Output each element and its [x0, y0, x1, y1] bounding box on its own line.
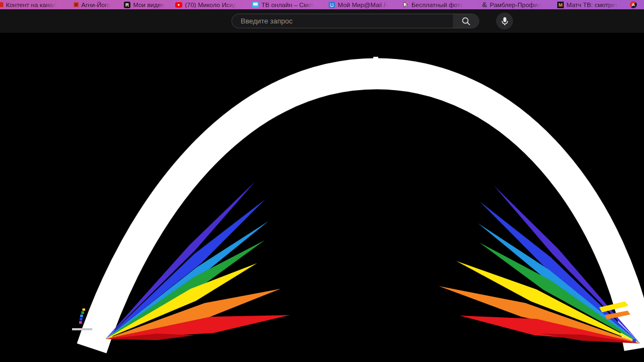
- left-prism-edge-specks: [79, 308, 85, 324]
- bookmark-label: (70) Миколо Исид: [185, 2, 237, 8]
- arc-apex-notch: [373, 57, 378, 58]
- moimir-smiley-favicon-icon: [329, 2, 335, 8]
- rutube-favicon-icon: R: [124, 2, 130, 8]
- light-dispersion-visual: [0, 33, 644, 362]
- bookmarks-bar: Контент на канал Агни-Йога R Мои видео (…: [0, 0, 644, 9]
- right-prism-speck: [633, 339, 636, 342]
- bookmark-label: Бесплатный фото: [412, 2, 463, 8]
- match-tv-favicon-icon: M: [557, 2, 564, 8]
- bookmark-kontent[interactable]: Контент на канал: [0, 0, 57, 9]
- search-input[interactable]: [232, 14, 453, 28]
- bookmark-label: Матч ТВ: смотрет: [567, 2, 618, 8]
- bookmark-moi-video[interactable]: R Мои видео: [124, 0, 165, 9]
- bookmark-youtube-mikolo[interactable]: (70) Миколо Исид: [175, 0, 237, 9]
- bookmark-tv-online[interactable]: ТВ онлайн – Смот: [252, 0, 314, 9]
- bookmark-label: Агни-Йога: [81, 2, 110, 8]
- red-site-favicon-icon: [0, 2, 3, 7]
- bookmark-label: Мой Мир@Mail.R: [338, 2, 388, 8]
- tv-favicon-icon: [252, 2, 259, 8]
- browser-toolbar: [0, 9, 644, 33]
- bookmark-besplatny-foto[interactable]: Бесплатный фото: [403, 0, 463, 9]
- search-button[interactable]: [453, 14, 479, 28]
- red-square-favicon-icon: [74, 2, 79, 7]
- bookmark-moy-mir[interactable]: Мой Мир@Mail.R: [329, 0, 388, 9]
- bookmark-label: ТВ онлайн – Смот: [261, 2, 314, 8]
- bookmark-match-tv[interactable]: M Матч ТВ: смотрет: [557, 0, 618, 9]
- bookmark-a-badge[interactable]: A: [630, 0, 637, 9]
- bookmark-label: Мои видео: [133, 2, 165, 8]
- bookmark-rambler[interactable]: & Рамблер-Профил: [482, 0, 541, 9]
- youtube-favicon-icon: [175, 2, 182, 8]
- microphone-icon: [500, 16, 510, 26]
- bookmark-agni-yoga[interactable]: Агни-Йога: [74, 0, 110, 9]
- cursor-favicon-icon: [403, 2, 409, 8]
- light-dispersion-svg: [0, 33, 644, 362]
- search-capsule: [231, 14, 479, 28]
- voice-search-button[interactable]: [496, 13, 513, 29]
- a-badge-favicon-icon: A: [630, 1, 637, 8]
- bookmark-label: Контент на канал: [6, 2, 57, 8]
- search-icon: [461, 16, 471, 26]
- input-beam: [72, 328, 92, 330]
- bookmark-label: Рамблер-Профил: [490, 2, 541, 8]
- rambler-ampersand-favicon-icon: &: [482, 2, 487, 8]
